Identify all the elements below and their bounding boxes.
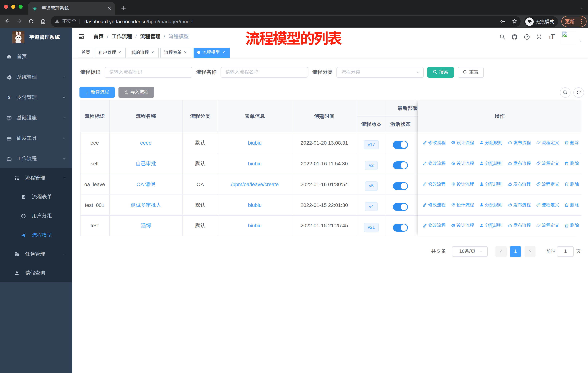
svg-text:¥: ¥ <box>8 95 10 100</box>
svg-text:T: T <box>551 33 555 40</box>
svg-text:?: ? <box>526 35 528 39</box>
